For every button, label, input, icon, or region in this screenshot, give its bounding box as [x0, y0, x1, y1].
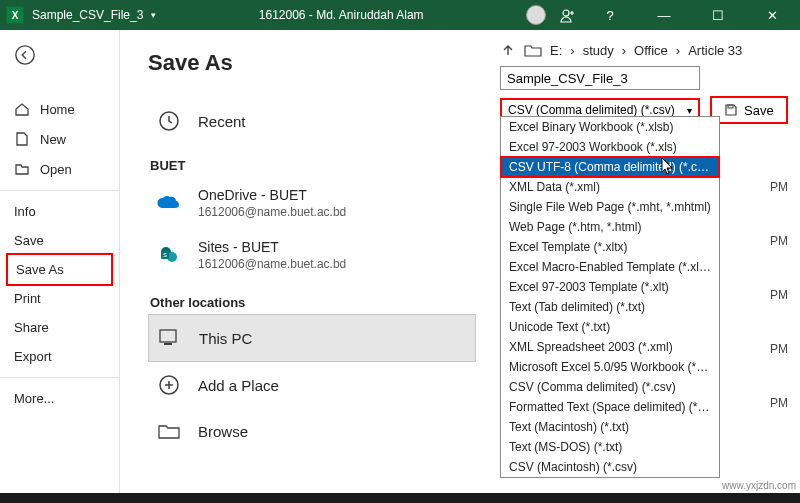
sidebar-share-label: Share — [14, 320, 49, 335]
filetype-option[interactable]: Microsoft Excel 5.0/95 Workbook (*.xls) — [501, 357, 719, 377]
filetype-option[interactable]: Text (Macintosh) (*.txt) — [501, 417, 719, 437]
open-icon — [14, 161, 30, 177]
clock-icon — [156, 108, 182, 134]
title-filename: Sample_CSV_File_3 — [32, 8, 143, 22]
path-drive[interactable]: E: — [550, 43, 562, 58]
sidebar-new[interactable]: New — [0, 124, 119, 154]
up-icon[interactable] — [500, 42, 516, 58]
filetype-option[interactable]: Excel 97-2003 Workbook (*.xls) — [501, 137, 719, 157]
filetype-option[interactable]: Single File Web Page (*.mht, *.mhtml) — [501, 197, 719, 217]
chevron-right-icon: › — [570, 43, 574, 58]
chevron-right-icon: › — [622, 43, 626, 58]
sidebar-open[interactable]: Open — [0, 154, 119, 184]
back-button[interactable] — [10, 40, 40, 70]
location-onedrive-sub: 1612006@name.buet.ac.bd — [198, 205, 346, 219]
taskbar — [0, 493, 800, 503]
filetype-option[interactable]: XML Spreadsheet 2003 (*.xml) — [501, 337, 719, 357]
home-icon — [14, 101, 30, 117]
filetype-option[interactable]: Excel Template (*.xltx) — [501, 237, 719, 257]
filetype-selected: CSV (Comma delimited) (*.csv) — [508, 103, 675, 117]
location-browse[interactable]: Browse — [148, 408, 476, 454]
sidebar-more-label: More... — [14, 391, 54, 406]
svg-point-0 — [16, 46, 34, 64]
location-sites[interactable]: S Sites - BUET 1612006@name.buet.ac.bd — [148, 229, 476, 281]
backstage-sidebar: Home New Open Info Save Save As Print Sh… — [0, 30, 120, 493]
maximize-button[interactable]: ☐ — [698, 8, 738, 23]
time-pm: PM — [770, 288, 788, 302]
sidebar-info[interactable]: Info — [0, 197, 119, 226]
filetype-option[interactable]: Text (Tab delimited) (*.txt) — [501, 297, 719, 317]
onedrive-icon — [156, 190, 182, 216]
help-button[interactable]: ? — [590, 8, 630, 23]
sharepoint-icon: S — [156, 242, 182, 268]
filetype-option-selected[interactable]: CSV UTF-8 (Comma delimited) (*.csv) — [501, 157, 719, 177]
chevron-right-icon: › — [676, 43, 680, 58]
sidebar-new-label: New — [40, 132, 66, 147]
filetype-dropdown[interactable]: Excel Binary Workbook (*.xlsb) Excel 97-… — [500, 116, 720, 478]
filetype-option[interactable]: Excel Macro-Enabled Template (*.xltm) — [501, 257, 719, 277]
folder-icon — [524, 43, 542, 57]
excel-icon: X — [6, 6, 24, 24]
filetype-option[interactable]: Excel Binary Workbook (*.xlsb) — [501, 117, 719, 137]
path-seg3[interactable]: Article 33 — [688, 43, 742, 58]
titlebar: X Sample_CSV_File_3 ▾ 1612006 - Md. Anir… — [0, 0, 800, 30]
location-addplace[interactable]: Add a Place — [148, 362, 476, 408]
browse-icon — [156, 418, 182, 444]
filetype-option[interactable]: Unicode Text (*.txt) — [501, 317, 719, 337]
location-addplace-label: Add a Place — [198, 377, 279, 394]
filetype-option[interactable]: Excel 97-2003 Template (*.xlt) — [501, 277, 719, 297]
thispc-icon — [157, 325, 183, 351]
new-icon — [14, 131, 30, 147]
sidebar-saveas[interactable]: Save As — [6, 253, 113, 286]
filetype-option[interactable]: Formatted Text (Space delimited) (*.prn) — [501, 397, 719, 417]
svg-rect-7 — [164, 343, 172, 345]
sidebar-print[interactable]: Print — [0, 284, 119, 313]
filetype-option[interactable]: Web Page (*.htm, *.html) — [501, 217, 719, 237]
location-onedrive[interactable]: OneDrive - BUET 1612006@name.buet.ac.bd — [148, 177, 476, 229]
location-thispc[interactable]: This PC — [148, 314, 476, 362]
sidebar-home-label: Home — [40, 102, 75, 117]
svg-rect-6 — [160, 330, 176, 342]
save-button[interactable]: Save — [710, 96, 788, 124]
time-column: PM PM PM PM PM — [770, 180, 788, 410]
watermark: www.yxjzdn.com — [722, 480, 796, 491]
time-pm: PM — [770, 180, 788, 194]
sidebar-more[interactable]: More... — [0, 384, 119, 413]
sidebar-home[interactable]: Home — [0, 94, 119, 124]
sidebar-export[interactable]: Export — [0, 342, 119, 371]
page-title: Save As — [148, 50, 476, 76]
sidebar-info-label: Info — [14, 204, 36, 219]
sidebar-saveas-label: Save As — [16, 262, 64, 277]
section-buet: BUET — [150, 158, 476, 173]
sidebar-share[interactable]: Share — [0, 313, 119, 342]
time-pm: PM — [770, 342, 788, 356]
location-onedrive-label: OneDrive - BUET — [198, 187, 346, 203]
saveas-right-pane: E: › study › Office › Article 33 CSV (Co… — [490, 30, 800, 493]
location-browse-label: Browse — [198, 423, 248, 440]
filetype-option[interactable]: XML Data (*.xml) — [501, 177, 719, 197]
breadcrumb[interactable]: E: › study › Office › Article 33 — [500, 42, 790, 58]
share-icon[interactable] — [560, 7, 576, 23]
minimize-button[interactable]: — — [644, 8, 684, 23]
location-recent[interactable]: Recent — [148, 98, 476, 144]
path-seg2[interactable]: Office — [634, 43, 668, 58]
sidebar-print-label: Print — [14, 291, 41, 306]
path-seg1[interactable]: study — [583, 43, 614, 58]
sidebar-save[interactable]: Save — [0, 226, 119, 255]
filetype-option[interactable]: CSV (Macintosh) (*.csv) — [501, 457, 719, 477]
section-other: Other locations — [150, 295, 476, 310]
location-recent-label: Recent — [198, 113, 246, 130]
filetype-option[interactable]: Text (MS-DOS) (*.txt) — [501, 437, 719, 457]
filename-input[interactable] — [500, 66, 700, 90]
chevron-down-icon: ▾ — [687, 105, 692, 116]
title-account: 1612006 - Md. Aniruddah Alam — [156, 8, 526, 22]
saveas-locations: Save As Recent BUET OneDrive - BUET 1612… — [120, 30, 490, 493]
cursor-icon — [660, 156, 676, 176]
save-button-label: Save — [744, 103, 774, 118]
filetype-option[interactable]: CSV (Comma delimited) (*.csv) — [501, 377, 719, 397]
addplace-icon — [156, 372, 182, 398]
time-pm: PM — [770, 396, 788, 410]
location-sites-sub: 1612006@name.buet.ac.bd — [198, 257, 346, 271]
avatar[interactable] — [526, 5, 546, 25]
close-button[interactable]: ✕ — [752, 8, 792, 23]
